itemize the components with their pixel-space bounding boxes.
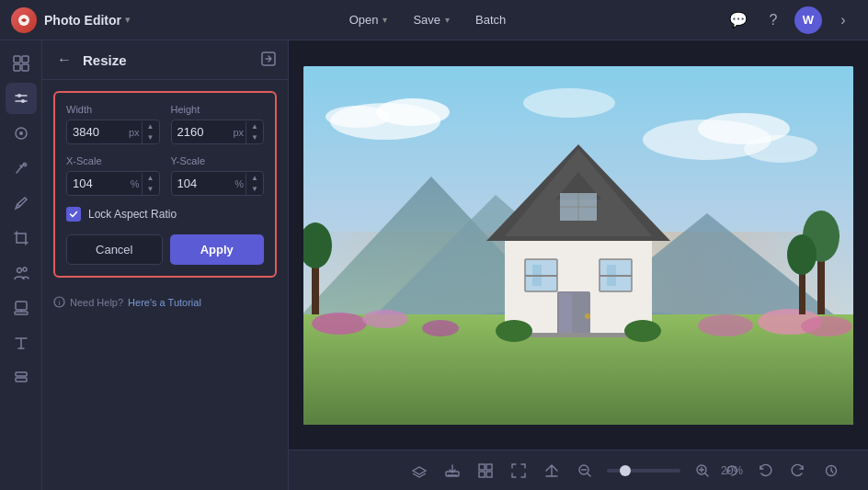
rotate-button[interactable] bbox=[717, 456, 747, 485]
width-input-wrapper: px ▲ ▼ bbox=[66, 120, 160, 144]
comments-button[interactable]: 💬 bbox=[725, 6, 752, 34]
xscale-down-arrow[interactable]: ▼ bbox=[143, 184, 159, 195]
svg-point-39 bbox=[801, 316, 852, 336]
panel-title: Resize bbox=[83, 52, 253, 68]
width-arrows: ▲ ▼ bbox=[142, 121, 159, 143]
width-up-arrow[interactable]: ▲ bbox=[143, 121, 159, 132]
grid-bottom-button[interactable] bbox=[471, 456, 500, 485]
panel-header: ← Resize bbox=[42, 40, 288, 80]
save-dropdown-arrow: ▾ bbox=[445, 15, 450, 25]
people-tool[interactable] bbox=[6, 257, 37, 289]
apply-button[interactable]: Apply bbox=[170, 234, 265, 265]
canvas-image bbox=[303, 66, 853, 425]
layers-tool[interactable] bbox=[6, 362, 37, 393]
app-logo[interactable] bbox=[11, 7, 37, 33]
history-button[interactable] bbox=[817, 456, 846, 485]
undo-button[interactable] bbox=[750, 456, 780, 485]
svg-point-47 bbox=[787, 234, 817, 275]
svg-point-28 bbox=[523, 88, 615, 118]
app-dropdown-icon[interactable]: ▾ bbox=[125, 14, 131, 26]
view-tool[interactable] bbox=[6, 118, 37, 149]
user-avatar[interactable]: W bbox=[794, 6, 822, 34]
adjust-tool[interactable] bbox=[6, 83, 37, 114]
lock-aspect-label: Lock Aspect Ratio bbox=[88, 208, 177, 221]
magic-tool[interactable] bbox=[6, 153, 37, 184]
xscale-up-arrow[interactable]: ▲ bbox=[143, 173, 159, 184]
draw-tool[interactable] bbox=[6, 188, 37, 219]
svg-rect-71 bbox=[486, 472, 492, 477]
header-right: 💬 ? W › bbox=[725, 6, 857, 34]
svg-point-66 bbox=[624, 320, 661, 342]
yscale-down-arrow[interactable]: ▼ bbox=[246, 184, 263, 195]
svg-rect-68 bbox=[479, 464, 485, 470]
panel-export-button[interactable] bbox=[260, 51, 277, 70]
height-input[interactable] bbox=[172, 120, 234, 143]
svg-text:i: i bbox=[59, 299, 61, 307]
zoom-out-button[interactable] bbox=[570, 456, 600, 485]
redo-button[interactable] bbox=[783, 456, 813, 485]
width-group: Width px ▲ ▼ bbox=[66, 104, 160, 144]
batch-button[interactable]: Batch bbox=[464, 8, 517, 31]
svg-rect-16 bbox=[16, 372, 27, 376]
fullscreen-button[interactable] bbox=[504, 456, 533, 485]
svg-point-10 bbox=[19, 131, 23, 135]
bottom-toolbar-inner: 20% bbox=[300, 456, 857, 485]
height-down-arrow[interactable]: ▼ bbox=[246, 132, 263, 143]
svg-point-12 bbox=[17, 268, 21, 273]
text-tool[interactable] bbox=[6, 327, 37, 359]
zoom-slider[interactable] bbox=[607, 469, 680, 473]
info-icon: i bbox=[53, 296, 65, 308]
svg-rect-4 bbox=[22, 64, 29, 71]
dimensions-row: Width px ▲ ▼ Height px bbox=[66, 104, 264, 144]
svg-point-27 bbox=[744, 135, 817, 163]
svg-point-23 bbox=[376, 98, 450, 126]
svg-point-59 bbox=[585, 313, 590, 319]
svg-rect-56 bbox=[600, 275, 632, 277]
settings-button[interactable]: › bbox=[829, 6, 857, 34]
xscale-input[interactable] bbox=[67, 172, 131, 195]
layers-bottom-button[interactable] bbox=[405, 456, 434, 485]
open-button[interactable]: Open ▾ bbox=[338, 8, 399, 31]
bottom-toolbar: 20% bbox=[289, 450, 868, 490]
yscale-input-wrapper: % ▲ ▼ bbox=[171, 171, 265, 196]
resize-bottom-button[interactable] bbox=[537, 456, 566, 485]
stamp-tool[interactable] bbox=[6, 292, 37, 324]
back-button[interactable]: ← bbox=[53, 50, 75, 70]
svg-rect-1 bbox=[14, 56, 20, 63]
height-up-arrow[interactable]: ▲ bbox=[246, 121, 263, 132]
zoom-in-button[interactable] bbox=[688, 456, 717, 485]
svg-rect-58 bbox=[559, 293, 572, 336]
help-button[interactable]: ? bbox=[760, 6, 787, 34]
main-content: ← Resize Width px ▲ bbox=[0, 40, 868, 490]
lock-aspect-row: Lock Aspect Ratio bbox=[66, 207, 264, 222]
xscale-unit: % bbox=[131, 178, 142, 189]
export-bottom-button[interactable] bbox=[438, 456, 467, 485]
width-unit: px bbox=[129, 127, 142, 138]
help-row: i Need Help? Here's a Tutorial bbox=[42, 289, 288, 315]
yscale-input[interactable] bbox=[172, 172, 235, 195]
svg-point-36 bbox=[312, 313, 367, 335]
svg-point-37 bbox=[362, 310, 408, 328]
xscale-label: X-Scale bbox=[66, 155, 160, 166]
header-center-actions: Open ▾ Save ▾ Batch bbox=[338, 8, 518, 31]
crop-tool[interactable] bbox=[6, 222, 37, 254]
width-label: Width bbox=[66, 104, 160, 115]
svg-point-8 bbox=[21, 99, 25, 103]
width-down-arrow[interactable]: ▼ bbox=[143, 132, 159, 143]
lock-aspect-checkbox[interactable] bbox=[66, 207, 81, 222]
scale-row: X-Scale % ▲ ▼ Y-Scale % bbox=[66, 155, 264, 196]
width-input[interactable] bbox=[67, 120, 129, 143]
height-unit: px bbox=[233, 127, 246, 138]
svg-rect-3 bbox=[14, 64, 20, 71]
gallery-tool[interactable] bbox=[6, 48, 37, 79]
xscale-input-wrapper: % ▲ ▼ bbox=[66, 171, 160, 196]
save-button[interactable]: Save ▾ bbox=[402, 8, 461, 31]
height-label: Height bbox=[171, 104, 265, 115]
yscale-unit: % bbox=[234, 178, 246, 189]
svg-point-6 bbox=[17, 94, 21, 97]
svg-point-41 bbox=[698, 314, 753, 336]
yscale-up-arrow[interactable]: ▲ bbox=[246, 173, 263, 184]
xscale-group: X-Scale % ▲ ▼ bbox=[66, 155, 160, 196]
cancel-button[interactable]: Cancel bbox=[66, 234, 163, 265]
tutorial-link[interactable]: Here's a Tutorial bbox=[128, 297, 201, 308]
